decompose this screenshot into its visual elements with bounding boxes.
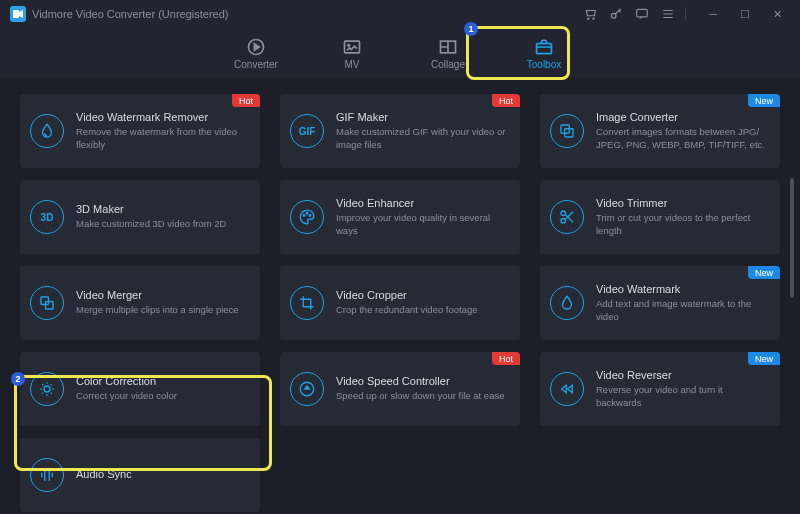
tool-title: Video Reverser bbox=[596, 369, 770, 381]
tool-card[interactable]: Video ReverserReverse your video and tur… bbox=[540, 352, 780, 426]
nav-toolbox[interactable]: Toolbox bbox=[520, 37, 568, 70]
new-badge: New bbox=[748, 266, 780, 279]
tool-card[interactable]: Audio Sync bbox=[20, 438, 260, 512]
tool-desc: Speed up or slow down your file at ease bbox=[336, 390, 510, 403]
header-extra-controls bbox=[579, 5, 679, 23]
nav-converter-label: Converter bbox=[234, 59, 278, 70]
tool-card-body: Video ReverserReverse your video and tur… bbox=[596, 369, 770, 410]
tool-card-body: Video WatermarkAdd text and image waterm… bbox=[596, 283, 770, 324]
tool-desc: Crop the redundant video footage bbox=[336, 304, 510, 317]
tool-card-body: Video Watermark RemoverRemove the waterm… bbox=[76, 111, 250, 152]
crop-icon bbox=[290, 286, 324, 320]
app-title: Vidmore Video Converter (Unregistered) bbox=[32, 8, 228, 20]
collage-icon bbox=[438, 37, 458, 57]
svg-point-7 bbox=[348, 44, 350, 46]
tool-title: Image Converter bbox=[596, 111, 770, 123]
tool-card[interactable]: Video EnhancerImprove your video quality… bbox=[280, 180, 520, 254]
tool-title: GIF Maker bbox=[336, 111, 510, 123]
merge-icon bbox=[30, 286, 64, 320]
hot-badge: Hot bbox=[232, 94, 260, 107]
nav-mv[interactable]: MV bbox=[328, 37, 376, 70]
tool-desc: Merge multiple clips into a single piece bbox=[76, 304, 250, 317]
key-icon[interactable] bbox=[605, 5, 627, 23]
tool-card[interactable]: Video TrimmerTrim or cut your videos to … bbox=[540, 180, 780, 254]
tool-card[interactable]: 3D3D MakerMake customized 3D video from … bbox=[20, 180, 260, 254]
speed-icon bbox=[290, 372, 324, 406]
tool-title: 3D Maker bbox=[76, 203, 250, 215]
new-badge: New bbox=[748, 94, 780, 107]
tool-card[interactable]: Video Speed ControllerSpeed up or slow d… bbox=[280, 352, 520, 426]
svg-point-12 bbox=[303, 215, 305, 217]
tool-card-body: Video EnhancerImprove your video quality… bbox=[336, 197, 510, 238]
close-button[interactable]: ✕ bbox=[764, 6, 790, 22]
maximize-button[interactable]: ☐ bbox=[732, 6, 758, 22]
tool-card-body: 3D MakerMake customized 3D video from 2D bbox=[76, 203, 250, 231]
tool-desc: Improve your video quality in several wa… bbox=[336, 212, 510, 238]
window-controls: ─ ☐ ✕ bbox=[700, 6, 790, 22]
main-nav: Converter MV Collage Toolbox bbox=[0, 28, 800, 78]
tool-card-body: GIF MakerMake customized GIF with your v… bbox=[336, 111, 510, 152]
new-badge: New bbox=[748, 352, 780, 365]
tool-title: Audio Sync bbox=[76, 468, 250, 480]
menu-icon[interactable] bbox=[657, 5, 679, 23]
tool-desc: Remove the watermark from the video flex… bbox=[76, 126, 250, 152]
svg-rect-0 bbox=[13, 10, 19, 18]
tool-card-body: Video CropperCrop the redundant video fo… bbox=[336, 289, 510, 317]
color-icon bbox=[30, 372, 64, 406]
mv-icon bbox=[342, 37, 362, 57]
tool-card[interactable]: Color CorrectionCorrect your video color bbox=[20, 352, 260, 426]
tool-title: Video Merger bbox=[76, 289, 250, 301]
tool-title: Video Watermark bbox=[596, 283, 770, 295]
nav-collage[interactable]: Collage bbox=[424, 37, 472, 70]
app-logo-icon bbox=[10, 6, 26, 22]
tool-card[interactable]: Video MergerMerge multiple clips into a … bbox=[20, 266, 260, 340]
title-bar: Vidmore Video Converter (Unregistered) ─… bbox=[0, 0, 800, 28]
highlight-number-2: 2 bbox=[11, 372, 25, 386]
tool-title: Video Enhancer bbox=[336, 197, 510, 209]
svg-point-13 bbox=[306, 213, 308, 215]
tool-card[interactable]: Video Watermark RemoverRemove the waterm… bbox=[20, 94, 260, 168]
svg-rect-4 bbox=[637, 9, 648, 17]
hot-badge: Hot bbox=[492, 94, 520, 107]
tool-desc: Add text and image watermark to the vide… bbox=[596, 298, 770, 324]
tool-desc: Reverse your video and turn it backwards bbox=[596, 384, 770, 410]
minimize-button[interactable]: ─ bbox=[700, 6, 726, 22]
nav-converter[interactable]: Converter bbox=[232, 37, 280, 70]
aud-icon bbox=[30, 458, 64, 492]
svg-point-2 bbox=[593, 18, 594, 19]
tool-card[interactable]: Video WatermarkAdd text and image waterm… bbox=[540, 266, 780, 340]
svg-rect-18 bbox=[46, 302, 54, 310]
tool-card-body: Video TrimmerTrim or cut your videos to … bbox=[596, 197, 770, 238]
wm-icon bbox=[550, 286, 584, 320]
toolbox-icon bbox=[534, 37, 554, 57]
content-area: Video Watermark RemoverRemove the waterm… bbox=[0, 78, 800, 514]
scrollbar[interactable] bbox=[790, 178, 794, 298]
nav-mv-label: MV bbox=[345, 59, 360, 70]
svg-point-14 bbox=[309, 215, 311, 217]
tool-desc: Trim or cut your videos to the perfect l… bbox=[596, 212, 770, 238]
GIF-icon: GIF bbox=[290, 114, 324, 148]
tool-card-body: Color CorrectionCorrect your video color bbox=[76, 375, 250, 403]
tool-card-body: Video Speed ControllerSpeed up or slow d… bbox=[336, 375, 510, 403]
cart-icon[interactable] bbox=[579, 5, 601, 23]
rev-icon bbox=[550, 372, 584, 406]
tool-card[interactable]: GIFGIF MakerMake customized GIF with you… bbox=[280, 94, 520, 168]
converter-icon bbox=[246, 37, 266, 57]
img-icon bbox=[550, 114, 584, 148]
svg-rect-9 bbox=[537, 43, 552, 53]
cut-icon bbox=[550, 200, 584, 234]
tool-title: Color Correction bbox=[76, 375, 250, 387]
tool-card-body: Image ConverterConvert images formats be… bbox=[596, 111, 770, 152]
svg-point-1 bbox=[588, 18, 589, 19]
tool-title: Video Trimmer bbox=[596, 197, 770, 209]
hot-badge: Hot bbox=[492, 352, 520, 365]
tool-title: Video Cropper bbox=[336, 289, 510, 301]
feedback-icon[interactable] bbox=[631, 5, 653, 23]
svg-rect-6 bbox=[345, 41, 360, 53]
tool-card[interactable]: Video CropperCrop the redundant video fo… bbox=[280, 266, 520, 340]
svg-rect-17 bbox=[41, 297, 49, 305]
tool-desc: Make customized 3D video from 2D bbox=[76, 218, 250, 231]
tool-card-body: Audio Sync bbox=[76, 468, 250, 483]
nav-collage-label: Collage bbox=[431, 59, 465, 70]
tool-card[interactable]: Image ConverterConvert images formats be… bbox=[540, 94, 780, 168]
